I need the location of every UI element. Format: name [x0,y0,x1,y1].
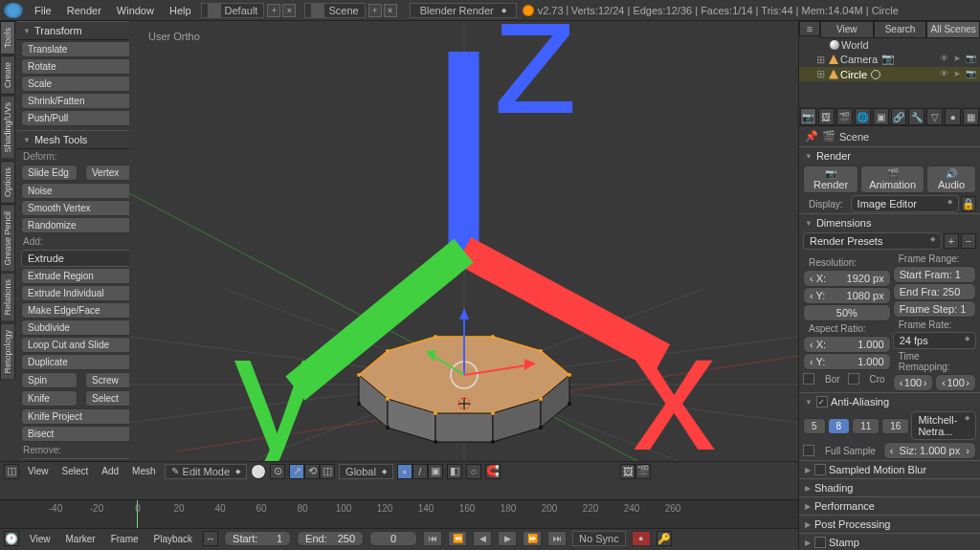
3d-viewport[interactable]: User Ortho (1) Circle z x y [129,21,798,480]
manipulator-toggle[interactable]: ↗ [289,464,304,479]
pivot-button[interactable]: ⊙ [270,464,285,479]
aspect-x-input[interactable]: ‹ X:1.000 [803,336,891,353]
display-dropdown[interactable]: Image Editor [851,195,959,212]
cursor-icon[interactable]: ➤ [951,69,963,80]
tab-tools[interactable]: Tools [0,21,15,55]
outliner-camera[interactable]: ⊞ Camera 📷 👁➤📷 [799,52,980,67]
keyframe-next-button[interactable]: ⏩ [523,531,542,546]
stamp-checkbox[interactable] [814,537,826,548]
aa-8-button[interactable]: 8 [828,418,851,434]
prop-tab-texture[interactable]: ▦ [963,108,979,125]
knife-project-button[interactable]: Knife Project [21,408,142,425]
border-checkbox[interactable] [803,373,814,385]
crop-checkbox[interactable] [848,373,859,385]
sync-dropdown[interactable]: No Sync [572,531,626,546]
viewport-menu-view[interactable]: View [23,466,54,476]
scene-add-button[interactable]: + [368,4,382,17]
performance-header[interactable]: Performance [799,497,980,515]
transform-header[interactable]: Transform [17,21,145,40]
outliner-all-scenes[interactable]: All Scenes [926,21,980,38]
pin-icon[interactable]: 📌 [805,130,818,143]
outliner-circle[interactable]: ⊞ Circle 👁➤📷 [799,67,980,81]
start-frame-input[interactable]: Start:1 [224,531,291,546]
extrude-region-button[interactable]: Extrude Region [21,268,142,284]
aa-checkbox[interactable] [816,396,828,407]
menu-file[interactable]: File [27,5,59,16]
prop-tab-modifiers[interactable]: 🔧 [908,108,924,125]
preset-add-button[interactable]: + [944,233,959,249]
prop-tab-render[interactable]: 📷 [800,108,816,125]
prop-tab-data[interactable]: ▽ [926,108,943,125]
resolution-x-input[interactable]: ‹ X:1920 px [803,270,891,287]
prop-tab-material[interactable]: ● [945,108,961,125]
prop-tab-world[interactable]: 🌐 [855,108,871,125]
aa-5-button[interactable]: 5 [803,418,826,434]
vertex-select-mode[interactable]: ▪ [397,464,412,479]
editor-type-icon[interactable]: ◫ [4,464,19,479]
aa-16-button[interactable]: 16 [881,418,909,434]
tab-retopology[interactable]: Retopology [0,323,15,381]
render-icon[interactable]: 📷 [965,54,976,65]
aa-11-button[interactable]: 11 [852,418,880,434]
shading-header[interactable]: Shading [799,479,980,496]
scale-button[interactable]: Scale [21,76,142,92]
full-sample-checkbox[interactable] [803,445,814,456]
push-pull-button[interactable]: Push/Pull [21,110,142,126]
scene-dropdown[interactable]: Scene [304,3,365,18]
current-frame-input[interactable]: 0 [369,531,417,546]
knife-button[interactable]: Knife [21,390,78,407]
timeline-range-button[interactable]: ↔ [203,531,218,546]
menu-window[interactable]: Window [109,5,162,16]
aa-section-header[interactable]: Anti-Aliasing [799,393,980,410]
timeline-editor-icon[interactable]: 🕐 [4,531,19,546]
render-section-header[interactable]: Render [799,147,980,165]
jump-start-button[interactable]: ⏮ [423,531,442,546]
animation-preview-button[interactable]: 🎬 [635,464,651,479]
end-frame-input[interactable]: End Fra: 250 [893,283,976,300]
face-select-mode[interactable]: ▣ [428,464,443,479]
keyframe-prev-button[interactable]: ⏪ [448,531,467,546]
tab-shading-uvs[interactable]: Shading/UVs [0,96,15,160]
proportional-edit-button[interactable]: ○ [466,464,481,479]
manipulator-rotate[interactable]: ⟲ [304,464,320,479]
timeline-ruler[interactable]: -40-200204060801001201401601802002202402… [0,500,798,529]
outliner-editor-icon[interactable]: ≡ [799,21,820,36]
timeline-menu-playback[interactable]: Playback [149,534,198,544]
blender-logo-icon[interactable] [4,3,23,18]
shrink-fatten-button[interactable]: Shrink/Fatten [21,93,142,109]
shading-mode-button[interactable] [251,464,266,479]
viewport-menu-select[interactable]: Select [57,466,94,476]
scene-remove-button[interactable]: × [384,4,397,17]
preset-remove-button[interactable]: − [961,233,976,249]
tab-relations[interactable]: Relations [0,273,15,322]
aa-filter-dropdown[interactable]: Mitchell-Netra... [911,411,976,440]
dimensions-section-header[interactable]: Dimensions [799,214,980,231]
tab-create[interactable]: Create [0,55,15,95]
mesh-tools-header[interactable]: Mesh Tools [17,130,145,149]
keying-set-button[interactable]: 🔑 [657,531,672,546]
prop-tab-constraints[interactable]: 🔗 [891,108,907,125]
extrude-individual-button[interactable]: Extrude Individual [21,285,142,301]
eye-icon[interactable]: 👁 [938,69,949,80]
resolution-percent-input[interactable]: 50% [803,304,891,321]
expand-icon[interactable]: ⊞ [816,54,825,66]
motion-blur-checkbox[interactable] [814,464,826,475]
start-frame-input[interactable]: Start Fram: 1 [893,266,976,283]
cursor-icon[interactable]: ➤ [951,54,963,65]
stamp-header[interactable]: Stamp [799,534,980,550]
spin-button[interactable]: Spin [21,372,78,388]
extrude-dropdown[interactable]: Extrude [21,250,142,267]
mode-dropdown[interactable]: ✎ Edit Mode ◆ [165,464,248,479]
translate-button[interactable]: Translate [21,41,142,57]
auto-keyframe-button[interactable]: ● [632,531,651,546]
make-edge-face-button[interactable]: Make Edge/Face [21,302,142,319]
layout-remove-button[interactable]: × [282,4,296,17]
edge-select-mode[interactable]: / [412,464,428,479]
outliner-view[interactable]: View [820,21,874,38]
duplicate-button[interactable]: Duplicate [21,354,142,370]
aspect-y-input[interactable]: ‹ Y:1.000 [803,353,891,370]
layout-dropdown[interactable]: Default [201,3,265,18]
loop-cut-slide-button[interactable]: Loop Cut and Slide [21,337,142,353]
play-button[interactable]: ▶ [498,531,517,546]
prop-tab-render-layers[interactable]: 🖼 [818,108,835,125]
